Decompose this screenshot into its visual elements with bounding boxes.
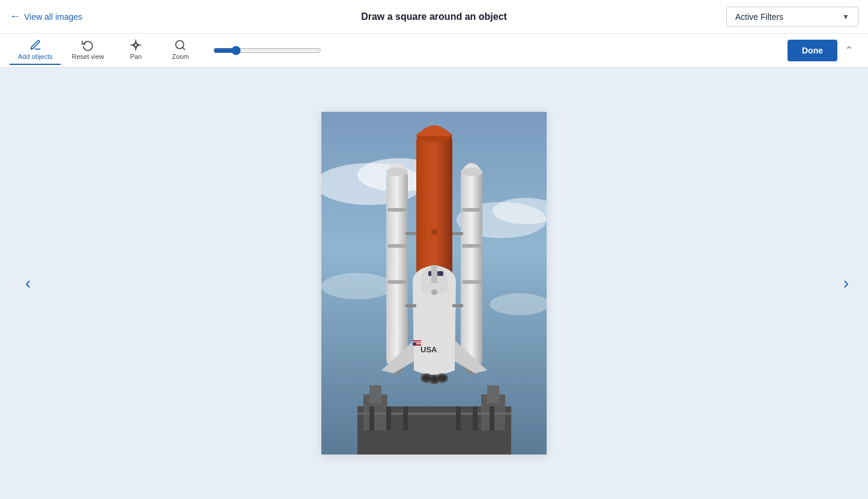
svg-point-63 <box>438 375 446 381</box>
zoom-label: Zoom <box>172 53 189 60</box>
left-arrow-icon: ‹ <box>25 274 31 292</box>
zoom-slider[interactable] <box>213 46 321 55</box>
image-container: USA <box>321 112 547 455</box>
active-filters-button[interactable]: Active Filters ▼ <box>726 7 858 27</box>
svg-rect-44 <box>405 304 416 307</box>
pan-tool[interactable]: Pan <box>115 35 157 65</box>
top-bar: ← View all images Draw a square around a… <box>0 0 868 34</box>
svg-point-62 <box>430 376 439 382</box>
zoom-icon <box>174 39 186 51</box>
page-title: Draw a square around an object <box>361 11 507 22</box>
svg-rect-34 <box>462 280 481 284</box>
svg-line-8 <box>136 47 137 48</box>
svg-rect-42 <box>405 232 416 235</box>
svg-rect-32 <box>462 208 481 212</box>
shuttle-image: USA <box>321 112 547 455</box>
svg-rect-39 <box>413 341 421 343</box>
pan-label: Pan <box>130 53 142 60</box>
svg-line-6 <box>136 42 137 43</box>
svg-rect-56 <box>473 406 478 430</box>
reset-view-label: Reset view <box>71 53 104 60</box>
svg-text:USA: USA <box>420 345 437 354</box>
pencil-icon <box>29 39 41 51</box>
svg-rect-41 <box>413 343 416 346</box>
add-objects-tool[interactable]: Add objects <box>10 35 61 65</box>
svg-rect-53 <box>386 406 391 430</box>
collapse-toolbar-button[interactable]: ⌃ <box>840 41 858 60</box>
svg-point-61 <box>422 375 431 381</box>
canvas-area: ‹ <box>0 67 868 499</box>
svg-point-28 <box>461 168 482 176</box>
svg-rect-30 <box>387 244 407 248</box>
svg-rect-50 <box>487 385 499 403</box>
svg-point-65 <box>431 289 437 295</box>
prev-image-button[interactable]: ‹ <box>18 269 38 298</box>
zoom-slider-container <box>213 46 785 55</box>
svg-point-20 <box>321 273 393 299</box>
svg-rect-27 <box>461 172 482 364</box>
svg-rect-29 <box>387 208 407 212</box>
svg-line-14 <box>183 47 185 50</box>
zoom-tool[interactable]: Zoom <box>159 35 201 65</box>
chevron-down-icon: ▼ <box>842 13 849 21</box>
pan-icon <box>130 39 142 51</box>
next-image-button[interactable]: › <box>836 269 856 298</box>
right-arrow-icon: › <box>843 274 849 292</box>
reset-view-tool[interactable]: Reset view <box>63 35 112 65</box>
svg-line-10 <box>133 45 134 46</box>
back-arrow-icon: ← <box>10 10 20 23</box>
done-button[interactable]: Done <box>788 40 837 61</box>
svg-point-4 <box>135 44 138 47</box>
svg-rect-45 <box>452 304 463 307</box>
svg-rect-55 <box>456 406 461 430</box>
svg-point-26 <box>386 168 408 176</box>
svg-rect-52 <box>369 406 374 430</box>
svg-rect-36 <box>437 271 443 276</box>
svg-rect-25 <box>386 172 408 364</box>
back-link[interactable]: ← View all images <box>10 10 82 23</box>
svg-point-64 <box>431 229 437 235</box>
svg-rect-31 <box>387 280 407 284</box>
svg-rect-49 <box>369 385 381 403</box>
active-filters-label: Active Filters <box>735 12 783 22</box>
svg-line-12 <box>138 45 139 46</box>
reset-icon <box>82 39 94 51</box>
add-objects-label: Add objects <box>18 53 52 60</box>
svg-rect-43 <box>452 232 463 235</box>
chevron-up-icon: ⌃ <box>845 44 854 57</box>
svg-rect-57 <box>490 406 494 430</box>
back-link-label: View all images <box>24 12 82 22</box>
svg-rect-33 <box>462 244 481 248</box>
svg-rect-54 <box>403 406 408 430</box>
svg-rect-51 <box>357 412 511 415</box>
toolbar: Add objects Reset view Pan <box>0 34 868 67</box>
